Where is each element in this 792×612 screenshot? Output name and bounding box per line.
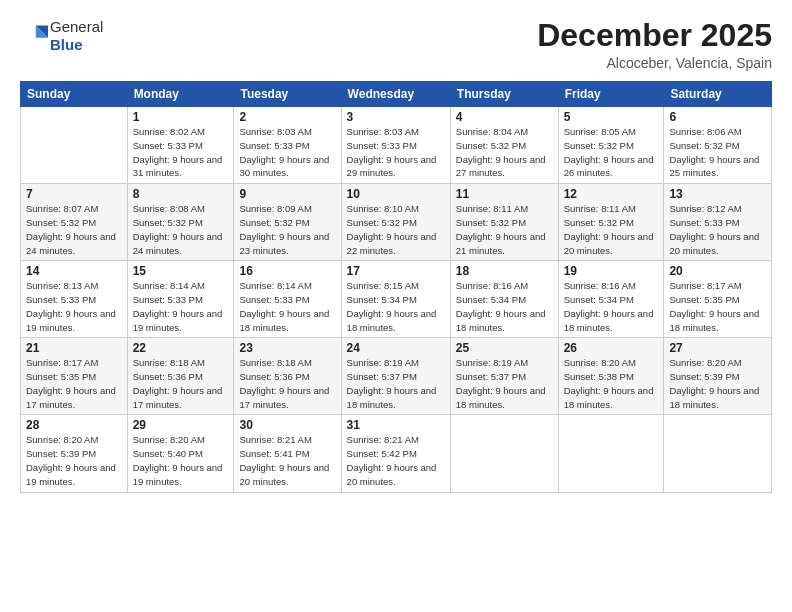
day-number: 20 — [669, 264, 766, 278]
day-number: 15 — [133, 264, 229, 278]
day-info: Sunrise: 8:10 AMSunset: 5:32 PMDaylight:… — [347, 202, 445, 257]
calendar-week-2: 7Sunrise: 8:07 AMSunset: 5:32 PMDaylight… — [21, 184, 772, 261]
day-info: Sunrise: 8:19 AMSunset: 5:37 PMDaylight:… — [456, 356, 553, 411]
calendar-cell: 22Sunrise: 8:18 AMSunset: 5:36 PMDayligh… — [127, 338, 234, 415]
day-number: 12 — [564, 187, 659, 201]
day-info: Sunrise: 8:03 AMSunset: 5:33 PMDaylight:… — [239, 125, 335, 180]
logo-icon — [20, 22, 48, 50]
day-number: 4 — [456, 110, 553, 124]
day-info: Sunrise: 8:17 AMSunset: 5:35 PMDaylight:… — [26, 356, 122, 411]
calendar-cell: 24Sunrise: 8:19 AMSunset: 5:37 PMDayligh… — [341, 338, 450, 415]
day-info: Sunrise: 8:20 AMSunset: 5:39 PMDaylight:… — [26, 433, 122, 488]
day-number: 13 — [669, 187, 766, 201]
day-info: Sunrise: 8:20 AMSunset: 5:38 PMDaylight:… — [564, 356, 659, 411]
calendar-cell: 13Sunrise: 8:12 AMSunset: 5:33 PMDayligh… — [664, 184, 772, 261]
calendar-cell: 31Sunrise: 8:21 AMSunset: 5:42 PMDayligh… — [341, 415, 450, 492]
day-number: 19 — [564, 264, 659, 278]
calendar-cell: 7Sunrise: 8:07 AMSunset: 5:32 PMDaylight… — [21, 184, 128, 261]
day-info: Sunrise: 8:20 AMSunset: 5:39 PMDaylight:… — [669, 356, 766, 411]
calendar-cell: 30Sunrise: 8:21 AMSunset: 5:41 PMDayligh… — [234, 415, 341, 492]
day-number: 5 — [564, 110, 659, 124]
title-block: December 2025 Alcoceber, Valencia, Spain — [537, 18, 772, 71]
month-title: December 2025 — [537, 18, 772, 53]
logo-general: General — [50, 18, 103, 36]
calendar-header-sunday: Sunday — [21, 82, 128, 107]
day-number: 14 — [26, 264, 122, 278]
calendar-cell: 5Sunrise: 8:05 AMSunset: 5:32 PMDaylight… — [558, 107, 664, 184]
day-info: Sunrise: 8:11 AMSunset: 5:32 PMDaylight:… — [564, 202, 659, 257]
day-info: Sunrise: 8:20 AMSunset: 5:40 PMDaylight:… — [133, 433, 229, 488]
calendar-header-thursday: Thursday — [450, 82, 558, 107]
calendar-cell — [664, 415, 772, 492]
calendar-cell: 14Sunrise: 8:13 AMSunset: 5:33 PMDayligh… — [21, 261, 128, 338]
day-number: 30 — [239, 418, 335, 432]
calendar-header-tuesday: Tuesday — [234, 82, 341, 107]
day-number: 26 — [564, 341, 659, 355]
day-number: 7 — [26, 187, 122, 201]
calendar-cell: 18Sunrise: 8:16 AMSunset: 5:34 PMDayligh… — [450, 261, 558, 338]
page: General Blue December 2025 Alcoceber, Va… — [0, 0, 792, 612]
day-info: Sunrise: 8:11 AMSunset: 5:32 PMDaylight:… — [456, 202, 553, 257]
day-number: 29 — [133, 418, 229, 432]
day-info: Sunrise: 8:06 AMSunset: 5:32 PMDaylight:… — [669, 125, 766, 180]
location-subtitle: Alcoceber, Valencia, Spain — [537, 55, 772, 71]
day-number: 17 — [347, 264, 445, 278]
day-info: Sunrise: 8:15 AMSunset: 5:34 PMDaylight:… — [347, 279, 445, 334]
calendar-cell: 8Sunrise: 8:08 AMSunset: 5:32 PMDaylight… — [127, 184, 234, 261]
calendar-cell — [558, 415, 664, 492]
calendar-cell: 9Sunrise: 8:09 AMSunset: 5:32 PMDaylight… — [234, 184, 341, 261]
calendar-cell: 29Sunrise: 8:20 AMSunset: 5:40 PMDayligh… — [127, 415, 234, 492]
day-number: 11 — [456, 187, 553, 201]
calendar-cell — [450, 415, 558, 492]
calendar-cell: 11Sunrise: 8:11 AMSunset: 5:32 PMDayligh… — [450, 184, 558, 261]
day-info: Sunrise: 8:17 AMSunset: 5:35 PMDaylight:… — [669, 279, 766, 334]
calendar-cell: 2Sunrise: 8:03 AMSunset: 5:33 PMDaylight… — [234, 107, 341, 184]
day-number: 2 — [239, 110, 335, 124]
day-number: 22 — [133, 341, 229, 355]
calendar-cell: 16Sunrise: 8:14 AMSunset: 5:33 PMDayligh… — [234, 261, 341, 338]
day-number: 6 — [669, 110, 766, 124]
calendar-cell: 23Sunrise: 8:18 AMSunset: 5:36 PMDayligh… — [234, 338, 341, 415]
calendar-header-wednesday: Wednesday — [341, 82, 450, 107]
day-info: Sunrise: 8:08 AMSunset: 5:32 PMDaylight:… — [133, 202, 229, 257]
calendar-cell: 10Sunrise: 8:10 AMSunset: 5:32 PMDayligh… — [341, 184, 450, 261]
calendar-cell: 17Sunrise: 8:15 AMSunset: 5:34 PMDayligh… — [341, 261, 450, 338]
calendar-cell: 20Sunrise: 8:17 AMSunset: 5:35 PMDayligh… — [664, 261, 772, 338]
calendar-header-row: SundayMondayTuesdayWednesdayThursdayFrid… — [21, 82, 772, 107]
calendar-header-saturday: Saturday — [664, 82, 772, 107]
day-number: 1 — [133, 110, 229, 124]
day-info: Sunrise: 8:16 AMSunset: 5:34 PMDaylight:… — [564, 279, 659, 334]
calendar-cell: 3Sunrise: 8:03 AMSunset: 5:33 PMDaylight… — [341, 107, 450, 184]
day-info: Sunrise: 8:05 AMSunset: 5:32 PMDaylight:… — [564, 125, 659, 180]
day-number: 31 — [347, 418, 445, 432]
day-info: Sunrise: 8:02 AMSunset: 5:33 PMDaylight:… — [133, 125, 229, 180]
calendar-cell: 19Sunrise: 8:16 AMSunset: 5:34 PMDayligh… — [558, 261, 664, 338]
calendar-cell: 6Sunrise: 8:06 AMSunset: 5:32 PMDaylight… — [664, 107, 772, 184]
day-info: Sunrise: 8:21 AMSunset: 5:42 PMDaylight:… — [347, 433, 445, 488]
day-number: 23 — [239, 341, 335, 355]
day-info: Sunrise: 8:14 AMSunset: 5:33 PMDaylight:… — [239, 279, 335, 334]
day-info: Sunrise: 8:19 AMSunset: 5:37 PMDaylight:… — [347, 356, 445, 411]
day-info: Sunrise: 8:03 AMSunset: 5:33 PMDaylight:… — [347, 125, 445, 180]
day-number: 21 — [26, 341, 122, 355]
calendar-cell: 15Sunrise: 8:14 AMSunset: 5:33 PMDayligh… — [127, 261, 234, 338]
day-info: Sunrise: 8:21 AMSunset: 5:41 PMDaylight:… — [239, 433, 335, 488]
calendar-cell: 1Sunrise: 8:02 AMSunset: 5:33 PMDaylight… — [127, 107, 234, 184]
day-info: Sunrise: 8:07 AMSunset: 5:32 PMDaylight:… — [26, 202, 122, 257]
day-number: 9 — [239, 187, 335, 201]
logo-text: General Blue — [50, 18, 103, 54]
calendar-week-3: 14Sunrise: 8:13 AMSunset: 5:33 PMDayligh… — [21, 261, 772, 338]
calendar-header-friday: Friday — [558, 82, 664, 107]
calendar-cell: 4Sunrise: 8:04 AMSunset: 5:32 PMDaylight… — [450, 107, 558, 184]
day-info: Sunrise: 8:13 AMSunset: 5:33 PMDaylight:… — [26, 279, 122, 334]
day-number: 10 — [347, 187, 445, 201]
calendar-week-4: 21Sunrise: 8:17 AMSunset: 5:35 PMDayligh… — [21, 338, 772, 415]
calendar-header-monday: Monday — [127, 82, 234, 107]
day-info: Sunrise: 8:04 AMSunset: 5:32 PMDaylight:… — [456, 125, 553, 180]
day-info: Sunrise: 8:09 AMSunset: 5:32 PMDaylight:… — [239, 202, 335, 257]
logo-blue: Blue — [50, 36, 103, 54]
calendar-cell: 27Sunrise: 8:20 AMSunset: 5:39 PMDayligh… — [664, 338, 772, 415]
calendar-cell — [21, 107, 128, 184]
calendar-cell: 12Sunrise: 8:11 AMSunset: 5:32 PMDayligh… — [558, 184, 664, 261]
day-number: 27 — [669, 341, 766, 355]
